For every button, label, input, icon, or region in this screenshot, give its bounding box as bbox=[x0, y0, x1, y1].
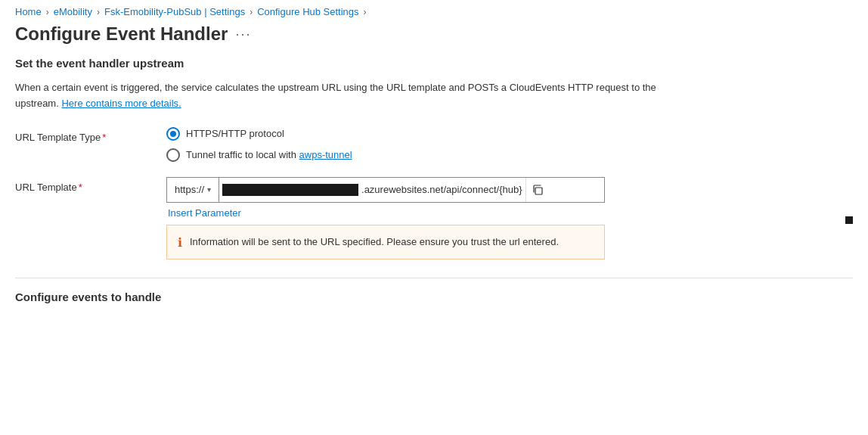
radio-tunnel-circle bbox=[166, 148, 180, 162]
url-redacted-value bbox=[222, 184, 358, 196]
url-suffix: .azurewebsites.net/api/connect/{hub} bbox=[361, 184, 525, 195]
radio-https-circle bbox=[166, 127, 180, 141]
url-protocol-value: https:// bbox=[175, 184, 204, 195]
details-link[interactable]: Here contains more details. bbox=[61, 98, 181, 109]
breadcrumb: Home › eMobility › Fsk-Emobility-PubSub … bbox=[0, 0, 868, 20]
url-template-type-row: URL Template Type* HTTPS/HTTP protocol T… bbox=[15, 127, 853, 162]
section-title-events: Configure events to handle bbox=[15, 291, 853, 303]
info-message: Information will be sent to the URL spec… bbox=[190, 235, 559, 250]
section-title-upstream: Set the event handler upstream bbox=[15, 57, 853, 70]
breadcrumb-sep-3: › bbox=[250, 7, 253, 17]
section-upstream: Set the event handler upstream When a ce… bbox=[15, 57, 853, 112]
url-field: https:// ▾ .azurewebsites.net/api/connec… bbox=[166, 177, 605, 203]
url-input-container: https:// ▾ .azurewebsites.net/api/connec… bbox=[166, 177, 605, 259]
info-box: ℹ Information will be sent to the URL sp… bbox=[166, 225, 605, 259]
radio-tunnel[interactable]: Tunnel traffic to local with awps-tunnel bbox=[166, 148, 352, 162]
breadcrumb-sep-4: › bbox=[364, 7, 367, 17]
svg-rect-0 bbox=[535, 188, 542, 194]
chevron-down-icon: ▾ bbox=[207, 185, 211, 194]
copy-icon[interactable] bbox=[525, 178, 549, 202]
radio-group: HTTPS/HTTP protocol Tunnel traffic to lo… bbox=[166, 127, 352, 162]
description-text: When a certain event is triggered, the s… bbox=[15, 80, 696, 112]
page-title: Configure Event Handler bbox=[15, 23, 228, 45]
url-template-type-label: URL Template Type* bbox=[15, 127, 136, 143]
breadcrumb-settings[interactable]: Fsk-Emobility-PubSub | Settings bbox=[104, 6, 245, 17]
section-divider bbox=[15, 278, 853, 278]
url-template-label: URL Template* bbox=[15, 177, 136, 193]
page-menu-icon[interactable]: ··· bbox=[235, 26, 251, 42]
breadcrumb-sep-2: › bbox=[97, 7, 100, 17]
breadcrumb-sep-1: › bbox=[46, 7, 49, 17]
url-protocol-selector[interactable]: https:// ▾ bbox=[167, 178, 219, 202]
breadcrumb-configure-hub[interactable]: Configure Hub Settings bbox=[257, 6, 358, 17]
insert-parameter-link[interactable]: Insert Parameter bbox=[168, 207, 605, 219]
url-template-row: URL Template* https:// ▾ .azurewebsites.… bbox=[15, 177, 853, 259]
awps-tunnel-link[interactable]: awps-tunnel bbox=[299, 149, 352, 160]
url-required-star: * bbox=[79, 182, 82, 193]
radio-tunnel-label: Tunnel traffic to local with awps-tunnel bbox=[186, 149, 352, 160]
page-header: Configure Event Handler ··· bbox=[0, 20, 868, 57]
radio-https[interactable]: HTTPS/HTTP protocol bbox=[166, 127, 352, 141]
dark-square-indicator bbox=[845, 216, 853, 224]
breadcrumb-emobility[interactable]: eMobility bbox=[54, 6, 92, 17]
radio-https-label: HTTPS/HTTP protocol bbox=[186, 128, 284, 139]
section-configure-events: Configure events to handle bbox=[15, 291, 853, 303]
required-star: * bbox=[102, 132, 106, 143]
info-icon: ℹ bbox=[178, 235, 182, 250]
breadcrumb-home[interactable]: Home bbox=[15, 6, 42, 17]
